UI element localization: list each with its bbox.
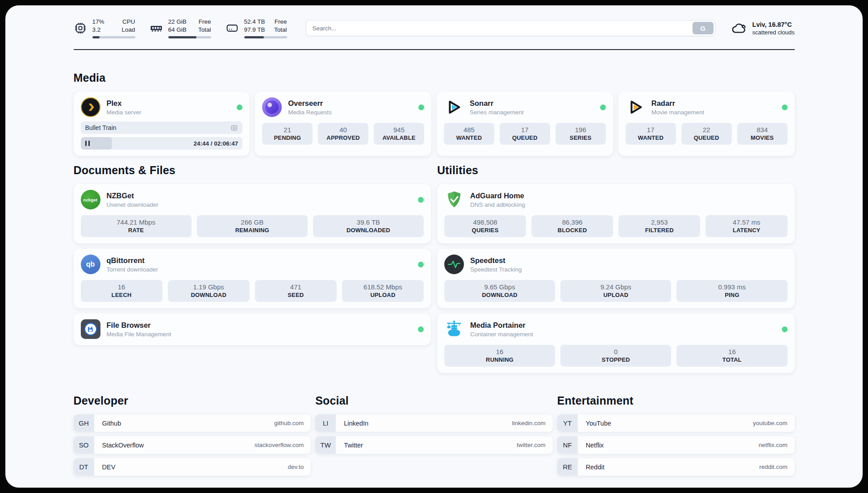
bookmark-name: YouTube bbox=[586, 420, 611, 427]
status-dot bbox=[600, 104, 606, 110]
bookmark-name: LinkedIn bbox=[344, 420, 368, 427]
bookmark-url: linkedin.com bbox=[512, 420, 546, 426]
stat-tile: 744.21 Mbps RATE bbox=[81, 215, 192, 237]
cpu-icon bbox=[74, 21, 87, 35]
app-name: NZBGet bbox=[107, 192, 159, 200]
pause-icon[interactable] bbox=[85, 141, 90, 146]
stat-tile: 16 LEECH bbox=[81, 280, 163, 302]
app-name: Sonarr bbox=[470, 99, 524, 108]
stat-tile: 16 TOTAL bbox=[676, 345, 787, 367]
overseerr-icon bbox=[262, 97, 282, 117]
app-description: Media File Management bbox=[107, 331, 171, 338]
developer-section-title: Developer bbox=[74, 394, 311, 407]
app-card-plex[interactable]: Plex Media server Bullet Train bbox=[74, 92, 250, 156]
bookmark-name: Twitter bbox=[344, 442, 363, 449]
memory-free-value: 22 GiB bbox=[168, 18, 187, 26]
app-name: qBittorrent bbox=[107, 256, 159, 265]
app-card-speedtest[interactable]: Speedtest Speedtest Tracking 9.65 Gbps D… bbox=[437, 249, 795, 308]
adguard-icon bbox=[444, 190, 464, 209]
section-developer: Developer GH Github github.com SO StackO… bbox=[74, 394, 311, 480]
app-card-filebrowser[interactable]: File Browser Media File Management bbox=[74, 313, 431, 345]
section-utilities: Utilities AdGuard Home bbox=[437, 164, 795, 378]
filebrowser-icon bbox=[81, 319, 100, 339]
search-engine-button[interactable]: G bbox=[693, 22, 714, 34]
app-name: AdGuard Home bbox=[470, 192, 525, 200]
bookmark-github[interactable]: GH Github github.com bbox=[74, 414, 311, 432]
stat-tile: 86,396 BLOCKED bbox=[531, 215, 613, 237]
memory-progress-fill bbox=[168, 36, 196, 38]
bookmark-dev[interactable]: DT DEV dev.to bbox=[74, 458, 311, 476]
disk-progress-fill bbox=[244, 36, 264, 38]
app-card-sonarr[interactable]: Sonarr Series management 485 WANTED 17 Q… bbox=[437, 92, 613, 156]
disk-free-value: 52.4 TB bbox=[244, 18, 265, 26]
stat-tile: 196 SERIES bbox=[555, 123, 606, 145]
memory-progress-bar bbox=[168, 36, 211, 38]
app-description: DNS and adblocking bbox=[470, 201, 525, 208]
bookmark-url: twitter.com bbox=[517, 442, 546, 448]
disk-progress-bar bbox=[244, 36, 287, 38]
documents-section-title: Documents & Files bbox=[74, 164, 431, 177]
disk-total-value: 97.9 TB bbox=[244, 26, 265, 34]
status-dot bbox=[418, 326, 424, 332]
bookmark-name: Netflix bbox=[586, 442, 604, 449]
cpu-load-value: 3.2 bbox=[92, 26, 104, 34]
bookmark-name: StackOverflow bbox=[102, 442, 144, 449]
stat-tile: 834 MOVIES bbox=[737, 123, 788, 145]
bookmark-youtube[interactable]: YT YouTube youtube.com bbox=[557, 414, 795, 432]
bookmark-abbr: YT bbox=[557, 414, 578, 432]
stat-tile: 485 WANTED bbox=[444, 123, 494, 145]
memory-total-value: 64 GiB bbox=[168, 26, 187, 34]
app-card-radarr[interactable]: Radarr Movie management 17 WANTED 22 QUE… bbox=[618, 92, 795, 156]
weather-widget: Lviv, 16.87°C scattered clouds bbox=[730, 20, 795, 37]
app-card-qbittorrent[interactable]: qb qBittorrent Torrent downloader 16 LEE… bbox=[74, 249, 431, 308]
stat-tile: 39.6 TB DOWNLOADED bbox=[313, 215, 424, 237]
ram-icon bbox=[150, 21, 163, 35]
status-dot bbox=[782, 104, 788, 110]
bookmark-abbr: LI bbox=[315, 414, 336, 432]
status-dot bbox=[782, 326, 788, 332]
memory-free-label: Free bbox=[198, 18, 211, 26]
stat-tile: 21 PENDING bbox=[262, 123, 313, 145]
bookmark-url: dev.to bbox=[288, 464, 304, 470]
app-description: Series management bbox=[470, 109, 524, 116]
bookmark-linkedin[interactable]: LI LinkedIn linkedin.com bbox=[315, 414, 553, 432]
stat-tile: 17 QUEUED bbox=[500, 123, 550, 145]
bookmark-netflix[interactable]: NF Netflix netflix.com bbox=[557, 436, 795, 454]
bookmark-url: youtube.com bbox=[753, 420, 787, 426]
section-entertainment: Entertainment YT YouTube youtube.com NF … bbox=[557, 394, 795, 480]
stat-tile: 618.52 Mbps UPLOAD bbox=[342, 280, 424, 302]
app-card-portainer[interactable]: Media Portainer Container management 16 … bbox=[437, 313, 795, 373]
app-card-overseerr[interactable]: Overseerr Media Requests 21 PENDING 40 A… bbox=[255, 92, 431, 156]
app-description: Movie management bbox=[651, 109, 705, 116]
system-stats: 17% 3.2 CPU Load bbox=[74, 18, 287, 38]
memory-stat-widget: 22 GiB 64 GiB Free Total bbox=[150, 18, 211, 38]
header-divider bbox=[74, 49, 795, 50]
app-name: Radarr bbox=[651, 99, 705, 108]
status-dot bbox=[418, 262, 424, 267]
app-card-adguard[interactable]: AdGuard Home DNS and adblocking 498,508 … bbox=[437, 184, 795, 243]
bookmark-abbr: RE bbox=[557, 458, 578, 476]
media-type-icon bbox=[230, 124, 238, 132]
cpu-usage-value: 17% bbox=[92, 18, 104, 26]
now-playing-title: Bullet Train bbox=[85, 124, 231, 131]
playback-progress-bar[interactable]: 24:44 / 02:06:47 bbox=[81, 137, 243, 150]
cpu-load-label: Load bbox=[121, 26, 135, 34]
weather-condition: scattered clouds bbox=[752, 29, 795, 36]
disk-stat-widget: 52.4 TB 97.9 TB Free Total bbox=[225, 18, 287, 38]
cloud-icon bbox=[730, 20, 747, 37]
bookmark-twitter[interactable]: TW Twitter twitter.com bbox=[315, 436, 553, 454]
stat-tile: 40 APPROVED bbox=[318, 123, 368, 145]
qbittorrent-icon: qb bbox=[81, 255, 100, 274]
social-section-title: Social bbox=[315, 394, 553, 407]
stat-tile: 17 WANTED bbox=[626, 123, 676, 145]
bookmark-name: Github bbox=[102, 420, 121, 427]
bookmark-stackoverflow[interactable]: SO StackOverflow stackoverflow.com bbox=[74, 436, 311, 454]
radarr-icon bbox=[626, 97, 645, 117]
app-description: Usenet downloader bbox=[107, 201, 159, 208]
stat-tile: 0.993 ms PING bbox=[676, 280, 787, 302]
now-playing-row: Bullet Train bbox=[81, 121, 243, 134]
bookmark-reddit[interactable]: RE Reddit reddit.com bbox=[557, 458, 795, 476]
app-card-nzbget[interactable]: nzbget NZBGet Usenet downloader 744.21 M… bbox=[74, 184, 431, 243]
search-input[interactable] bbox=[306, 20, 715, 36]
bookmark-name: Reddit bbox=[586, 464, 605, 471]
